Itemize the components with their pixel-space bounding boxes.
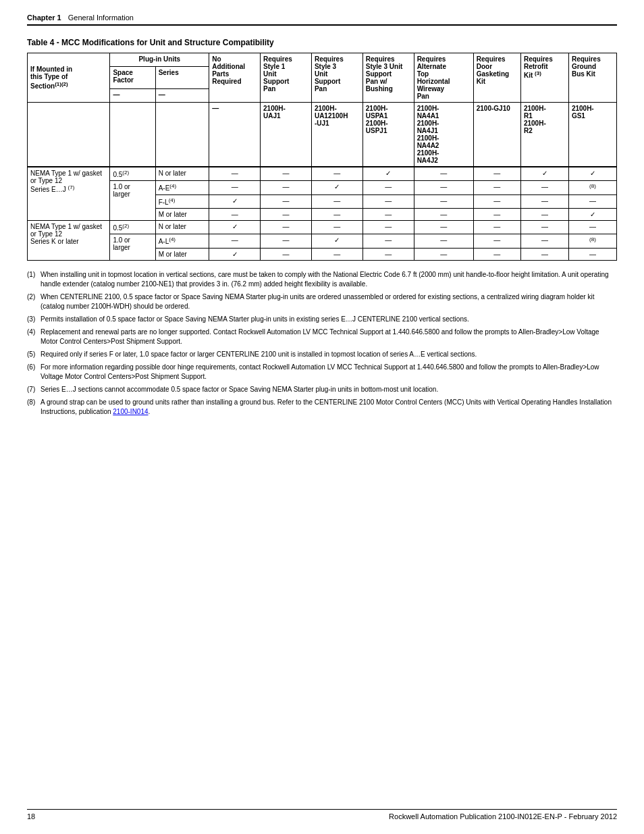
header-title: General Information: [68, 14, 134, 22]
s3b-2a: —: [363, 220, 414, 234]
col-header-req-alternate: RequiresAlternateTopHorizontalWirewayPan: [414, 53, 473, 103]
table-row: NEMA Type 1 w/ gasket or Type 12Series K…: [28, 220, 617, 234]
col-header-req-style3-bushing: RequiresStyle 3 UnitSupportPan w/Bushing: [363, 53, 414, 103]
alt-1d: —: [414, 208, 473, 220]
series-2c: M or later: [155, 248, 209, 260]
col-partnums-door: 2100-GJ10: [473, 103, 520, 167]
chapter-label: Chapter 1: [27, 14, 61, 22]
alt-1b: —: [414, 181, 473, 194]
s3-2b: ✓: [311, 234, 363, 248]
col-header-mounted-sup: (1)(2): [55, 80, 68, 86]
alt-2b: —: [414, 234, 473, 248]
col-header-req-style3: RequiresStyle 3UnitSupportPan: [311, 53, 363, 103]
space-1b: 1.0 orlarger: [110, 181, 155, 221]
col-subheader-series: Series: [155, 67, 209, 89]
ground-1d: ✓: [568, 208, 616, 220]
col-header-no-additional: NoAdditionalPartsRequired: [209, 53, 261, 103]
s3-2a: —: [311, 220, 363, 234]
footnote-7: (7) Series E…J sections cannot accommoda…: [27, 385, 617, 394]
col-partnums-s3b: 2100H-USPA12100H-USPJ1: [363, 103, 414, 167]
space-2a: 0.5(2): [110, 220, 155, 234]
s1-2b: —: [261, 234, 312, 248]
footnote-text-6: For more information regarding possible …: [41, 363, 617, 382]
noadd-1d: —: [209, 208, 261, 220]
col-partnums-series2: [155, 103, 209, 167]
s3-1b: ✓: [311, 181, 363, 194]
col-partnums-s3: 2100H-UA12100H-UJ1: [311, 103, 363, 167]
footnote-num-1: (1): [27, 270, 38, 289]
footnote-3: (3) Permits installation of 0.5 space fa…: [27, 315, 617, 324]
table-row: 1.0 orlarger A-L(4) — — ✓ — — — — (8): [28, 234, 617, 248]
table-row: 1.0 orlarger A-E(4) — — ✓ — — — — (8): [28, 181, 617, 194]
section-label-1: NEMA Type 1 w/ gasket or Type 12Series E…: [28, 167, 110, 220]
col-header-plugin: Plug-in Units: [110, 53, 209, 67]
footnote-text-3: Permits installation of 0.5 space factor…: [41, 315, 469, 324]
s3b-1c: —: [363, 194, 414, 208]
footnote-4: (4) Replacement and renewal parts are no…: [27, 328, 617, 346]
series-2a: N or later: [155, 220, 209, 234]
s1-1b: —: [261, 181, 312, 194]
footnote-num-7: (7): [27, 385, 38, 394]
footnote-num-2: (2): [27, 292, 38, 311]
door-1d: —: [473, 208, 520, 220]
col-header-req-style1: RequiresStyle 1UnitSupportPan: [261, 53, 312, 103]
ground-2a: —: [568, 220, 616, 234]
s1-1c: —: [261, 194, 312, 208]
section-label-2: NEMA Type 1 w/ gasket or Type 12Series K…: [28, 220, 110, 260]
ground-2c: —: [568, 248, 616, 260]
footnote-8: (8) A ground strap can be used to ground…: [27, 398, 617, 417]
footnote-text-1: When installing unit in topmost location…: [41, 270, 617, 289]
alt-1c: —: [414, 194, 473, 208]
page-footer: 18 Rockwell Automation Publication 2100-…: [27, 809, 617, 820]
series-1d: M or later: [155, 208, 209, 220]
col-partnums-noadd: —: [209, 103, 261, 167]
ground-1c: —: [568, 194, 616, 208]
series-2b: A-L(4): [155, 234, 209, 248]
page-header: Chapter 1 General Information: [27, 14, 617, 26]
col-partnums-s1: 2100H-UAJ1: [261, 103, 312, 167]
alt-2a: —: [414, 220, 473, 234]
door-1c: —: [473, 194, 520, 208]
s1-2a: —: [261, 220, 312, 234]
retrofit-2a: —: [520, 220, 568, 234]
ground-1b: (8): [568, 181, 616, 194]
s1-1a: —: [261, 167, 312, 181]
footnote-num-8: (8): [27, 398, 38, 417]
s1-2c: —: [261, 248, 312, 260]
footnote-link-8[interactable]: 2100-IN014: [113, 408, 148, 415]
col-partnums-space: —: [110, 88, 155, 102]
footnote-text-4: Replacement and renewal parts are no lon…: [41, 328, 617, 346]
footnote-text-5: Required only if series F or later, 1.0 …: [41, 350, 477, 359]
col-partnums-alt: 2100H-NA4A12100H-NA4J12100H-NA4A22100H-N…: [414, 103, 473, 167]
publication-info: Rockwell Automation Publication 2100-IN0…: [389, 812, 617, 820]
door-1a: —: [473, 167, 520, 181]
noadd-1c: ✓: [209, 194, 261, 208]
retrofit-1a: ✓: [520, 167, 568, 181]
footnote-num-4: (4): [27, 328, 38, 346]
s3-1a: —: [311, 167, 363, 181]
s3-2c: —: [311, 248, 363, 260]
series-1a: N or later: [155, 167, 209, 181]
alt-2c: —: [414, 248, 473, 260]
s3b-1d: —: [363, 208, 414, 220]
col-header-req-door-gasket: RequiresDoorGasketingKit: [473, 53, 520, 103]
space-1a: 0.5(2): [110, 167, 155, 181]
compatibility-table: If Mounted inthis Type ofSection(1)(2) P…: [27, 53, 617, 261]
retrofit-1c: —: [520, 194, 568, 208]
col-partnums-ground: 2100H-GS1: [568, 103, 616, 167]
s3-1c: —: [311, 194, 363, 208]
page-number: 18: [27, 812, 35, 820]
ground-2b: (8): [568, 234, 616, 248]
col-header-req-retrofit: RequiresRetrofitKit (3): [520, 53, 568, 103]
footnote-1: (1) When installing unit in topmost loca…: [27, 270, 617, 289]
s3b-1b: —: [363, 181, 414, 194]
table-row: NEMA Type 1 w/ gasket or Type 12Series E…: [28, 167, 617, 181]
col-header-mounted: If Mounted inthis Type ofSection(1)(2): [28, 53, 110, 103]
footnote-num-5: (5): [27, 350, 38, 359]
table-title: Table 4 - MCC Modifications for Unit and…: [27, 38, 617, 47]
col-partnums-retrofit: 2100H-R12100H-R2: [520, 103, 568, 167]
footnote-num-3: (3): [27, 315, 38, 324]
col-partnums-series: —: [155, 88, 209, 102]
retrofit-1b: —: [520, 181, 568, 194]
series-1b: A-E(4): [155, 181, 209, 194]
